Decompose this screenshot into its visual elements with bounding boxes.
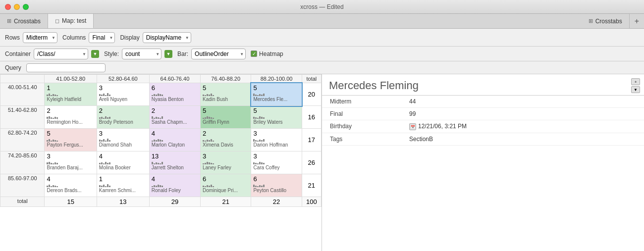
style-label: Style: xyxy=(104,50,119,57)
detail-expand-button[interactable]: + xyxy=(631,78,640,85)
table-cell[interactable]: 13 Jarrett Shelton xyxy=(149,151,200,174)
detail-field-label: Birthday xyxy=(322,120,401,133)
table-cell[interactable]: 5 Kadin Bush xyxy=(200,83,251,106)
container-group: Container /Class/ ▼ xyxy=(5,49,99,59)
display-label: Display xyxy=(120,34,139,41)
maximize-button[interactable] xyxy=(23,4,29,10)
tab-crosstabs1[interactable]: ⊞ Crosstabs xyxy=(0,14,48,28)
detail-field-value: 99 xyxy=(401,108,644,120)
heatmap-group: ✓ Heatmap xyxy=(251,50,283,57)
total-row-cell: 29 xyxy=(149,197,200,207)
tab-crosstabs2[interactable]: ⊞ Crosstabs xyxy=(582,14,630,28)
table-cell[interactable]: 3 Areli Nguyen xyxy=(97,83,149,106)
window-title: xcross — Edited xyxy=(300,3,343,10)
table-cell[interactable]: 6 Nyasia Benton xyxy=(149,83,200,106)
detail-panel: Mercedes Fleming + ▼ Midterm44Final99Bir… xyxy=(322,74,644,251)
corner-header xyxy=(0,75,45,83)
rows-label: Rows xyxy=(5,34,20,41)
tab-bar: ⊞ Crosstabs ◻ Map: test ⊞ Crosstabs + xyxy=(0,14,644,29)
title-bar: xcross — Edited xyxy=(0,0,644,14)
style-group: Style: count ▼ xyxy=(104,49,172,59)
rows-select-wrap[interactable]: Midterm xyxy=(23,32,57,43)
style-select-wrap[interactable]: count xyxy=(122,49,161,59)
col-header-4: 88.20-100.00 xyxy=(251,75,302,83)
table-cell[interactable]: 5 Payton Fergus... xyxy=(45,129,97,151)
col-header-3: 76.40-88.20 xyxy=(200,75,251,83)
col-header-2: 64.60-76.40 xyxy=(149,75,200,83)
table-cell[interactable]: 4 Ronald Foley xyxy=(149,174,200,197)
detail-field-label: Midterm xyxy=(322,96,401,108)
table-cell[interactable]: 6 Peyton Castillo xyxy=(251,174,302,197)
table-cell[interactable]: 3 Laney Farley xyxy=(200,151,251,174)
total-row-cell: 22 xyxy=(251,197,302,207)
style-add-button[interactable]: ▼ xyxy=(164,50,172,58)
table-cell[interactable]: 5 Griffin Flynn xyxy=(200,106,251,129)
table-cell[interactable]: 2 Remington Ho... xyxy=(45,106,97,129)
display-select-wrap[interactable]: DisplayName xyxy=(143,32,191,43)
total-row-cell: 13 xyxy=(97,197,149,207)
heatmap-checkbox[interactable]: ✓ xyxy=(251,50,257,57)
table-cell[interactable]: 6 Dominique Pri... xyxy=(200,174,251,197)
query-row: Query xyxy=(0,61,644,74)
toolbar-row2: Container /Class/ ▼ Style: count ▼ Bar: … xyxy=(0,47,644,61)
bar-select[interactable]: OutlineOrder xyxy=(191,49,246,59)
detail-collapse-button[interactable]: ▼ xyxy=(631,86,640,93)
detail-field-label: Tags xyxy=(322,133,401,145)
minimize-button[interactable] xyxy=(14,4,20,10)
add-tab-button[interactable]: + xyxy=(630,17,644,26)
row-total: 16 xyxy=(302,106,321,129)
table-cell[interactable]: 4 Dereon Brads... xyxy=(45,174,97,197)
table-cell[interactable]: 4 Molina Booker xyxy=(97,151,149,174)
table-cell[interactable]: 2 Brody Peterson xyxy=(97,106,149,129)
close-button[interactable] xyxy=(5,4,11,10)
columns-select-wrap[interactable]: Final xyxy=(89,32,115,43)
detail-person-name: Mercedes Fleming xyxy=(329,79,624,92)
display-select[interactable]: DisplayName xyxy=(143,32,191,43)
grid-icon: ⊞ xyxy=(7,18,11,24)
container-add-button[interactable]: ▼ xyxy=(91,50,99,58)
row-header-1: 51.40-62.80 xyxy=(0,106,45,129)
detail-fields-table: Midterm44Final99Birthday📅12/21/06, 3:21 … xyxy=(322,96,644,146)
bar-select-wrap[interactable]: OutlineOrder xyxy=(191,49,246,59)
map-icon: ◻ xyxy=(55,18,59,24)
bar-label: Bar: xyxy=(177,50,188,57)
query-label: Query xyxy=(5,64,21,71)
tab-crosstabs2-label: Crosstabs xyxy=(595,18,622,25)
detail-panel-controls[interactable]: + ▼ xyxy=(631,74,644,93)
table-cell[interactable]: 4 Marlon Clayton xyxy=(149,129,200,151)
detail-row: Midterm44 xyxy=(322,96,644,108)
container-label: Container xyxy=(5,50,31,57)
table-cell[interactable]: 2 Ximena Davis xyxy=(200,129,251,151)
col-header-1: 52.80-64.60 xyxy=(97,75,149,83)
table-cell[interactable]: 5 Briley Waters xyxy=(251,106,302,129)
detail-field-value: 44 xyxy=(401,96,644,108)
total-row-label: total xyxy=(0,197,45,207)
window-controls[interactable] xyxy=(5,4,29,10)
col-header-0: 41.00-52.80 xyxy=(45,75,97,83)
total-row-cell: 100 xyxy=(302,197,321,207)
table-cell[interactable]: 1 Kamren Schmi... xyxy=(97,174,149,197)
container-select-wrap[interactable]: /Class/ xyxy=(34,49,88,59)
style-select[interactable]: count xyxy=(122,49,161,59)
tab-map-test[interactable]: ◻ Map: test xyxy=(48,14,94,28)
detail-row: TagsSectionB xyxy=(322,133,644,145)
table-cell[interactable]: 5 Mercedes Fle... xyxy=(251,83,302,106)
table-cell[interactable]: 3 Branden Baraj... xyxy=(45,151,97,174)
query-input[interactable] xyxy=(26,63,106,72)
bar-group: Bar: OutlineOrder xyxy=(177,49,246,59)
heatmap-label: Heatmap xyxy=(259,50,283,57)
crosstab-area: 41.00-52.80 52.80-64.60 64.60-76.40 76.4… xyxy=(0,74,322,251)
table-cell[interactable]: 3 Cara Coffey xyxy=(251,151,302,174)
columns-select[interactable]: Final xyxy=(89,32,115,43)
rows-select[interactable]: Midterm xyxy=(23,32,57,43)
display-group: Display DisplayName xyxy=(120,32,191,43)
table-cell[interactable]: 3 Darion Hoffman xyxy=(251,129,302,151)
container-select[interactable]: /Class/ xyxy=(34,49,88,59)
table-cell[interactable]: 3 Diamond Shah xyxy=(97,129,149,151)
tab-map-test-label: Map: test xyxy=(62,17,86,24)
row-total: 21 xyxy=(302,174,321,197)
main-area: 41.00-52.80 52.80-64.60 64.60-76.40 76.4… xyxy=(0,74,644,251)
table-cell[interactable]: 2 Sasha Chapm... xyxy=(149,106,200,129)
row-total: 26 xyxy=(302,151,321,174)
table-cell[interactable]: 1 Kyleigh Hatfield xyxy=(45,83,97,106)
